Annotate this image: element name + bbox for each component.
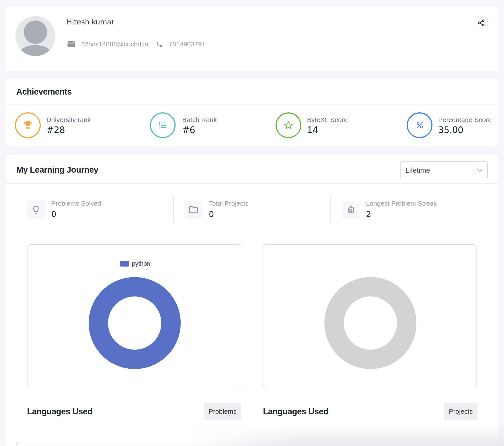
flame-icon [346, 205, 356, 215]
journey-stat-label: Longest Problem Streak [366, 200, 437, 207]
person-icon [15, 16, 55, 56]
achievement-label: University rank [46, 116, 91, 124]
share-icon [478, 19, 485, 27]
journey-stat-icon [184, 201, 202, 219]
chart-legend[interactable]: python [28, 260, 242, 267]
doughnut-chart-projects [324, 277, 417, 369]
journey-stat-icon [342, 201, 360, 219]
legend-label: python [132, 260, 150, 267]
trophy-icon [23, 120, 33, 130]
profile-phone: 7814903791 [169, 40, 206, 48]
journey-stat-icon [27, 201, 45, 219]
lightbulb-icon [31, 205, 41, 215]
achievement-circle [15, 112, 41, 138]
email-icon [67, 41, 75, 47]
achievement-value: #6 [182, 125, 217, 135]
achievement-circle [407, 112, 432, 138]
achievement-text: Percentage Score35.00 [438, 116, 492, 135]
time-range-select[interactable]: Lifetime [400, 161, 488, 179]
avatar [15, 16, 55, 56]
achievement-label: Batch Rank [182, 116, 217, 124]
doughnut-chart-problems [89, 277, 181, 369]
journey-stat-value: 0 [209, 210, 249, 219]
learning-journey-title: My Learning Journey [16, 165, 98, 175]
achievement-circle [276, 112, 301, 138]
select-divider [472, 165, 472, 176]
journey-stat-value: 2 [366, 210, 437, 219]
languages-table-box [16, 442, 486, 446]
journey-stat-text: Longest Problem Streak2 [366, 200, 437, 219]
achievement-label: Percentage Score [438, 116, 492, 124]
folder-icon [189, 205, 198, 215]
achievements-divider [6, 104, 498, 105]
star-icon [284, 120, 294, 130]
contact-row: 22bcs14888@cuchd.in 7814903791 [67, 40, 206, 48]
achievement-text: University rank#28 [46, 116, 91, 135]
stat-divider [173, 196, 174, 222]
journey-stat-text: Problems Solved0 [51, 200, 101, 219]
chevron-down-icon [477, 169, 483, 172]
languages-used-title-projects: Languages Used [263, 407, 328, 416]
profile-name: Hitesh kumar [67, 18, 114, 26]
percent-icon [415, 121, 424, 130]
numbered-list-icon [158, 121, 167, 130]
projects-tag[interactable]: Projects [444, 403, 478, 420]
achievement-value: 35.00 [438, 125, 492, 135]
stat-divider [330, 196, 331, 222]
profile-card: Hitesh kumar 22bcs14888@cuchd.in 7814903… [6, 6, 498, 71]
achievements-title: Achievements [16, 87, 72, 97]
achievements-card: Achievements University rank#28Batch Ran… [6, 79, 498, 146]
phone-item: 7814903791 [156, 40, 206, 48]
legend-swatch [120, 261, 129, 267]
share-button[interactable] [475, 17, 488, 29]
time-range-value: Lifetime [405, 166, 430, 174]
achievement-value: 14 [307, 125, 348, 135]
phone-icon [156, 41, 163, 48]
profile-email: 22bcs14888@cuchd.in [81, 40, 148, 48]
journey-divider [6, 183, 498, 184]
achievement-value: #28 [46, 125, 91, 135]
achievement-text: ByteXL Score14 [307, 116, 348, 135]
projects-languages-chart [263, 244, 477, 388]
journey-stat-label: Problems Solved [51, 200, 101, 207]
languages-used-title-problems: Languages Used [27, 407, 92, 416]
achievement-label: ByteXL Score [307, 116, 348, 124]
journey-stat-label: Total Projects [209, 200, 249, 207]
achievement-circle [150, 112, 176, 138]
email-item: 22bcs14888@cuchd.in [67, 40, 148, 48]
problems-languages-chart: python [27, 244, 241, 388]
achievement-text: Batch Rank#6 [182, 116, 217, 135]
problems-tag[interactable]: Problems [204, 403, 241, 420]
learning-journey-card: My Learning Journey Lifetime Problems So… [6, 154, 498, 446]
journey-stat-text: Total Projects0 [209, 200, 249, 219]
journey-stat-value: 0 [51, 210, 101, 219]
